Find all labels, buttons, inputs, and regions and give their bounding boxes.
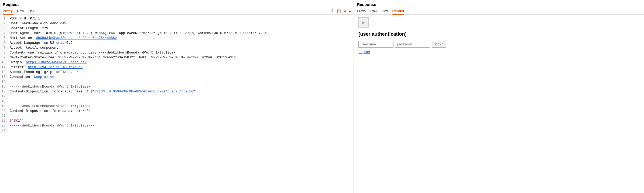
line-text <box>8 79 10 84</box>
line-number: 17 <box>0 94 8 99</box>
line-text: Content-Type: multipart/form-data; bound… <box>8 50 176 55</box>
response-panel: Response Pretty Raw Hex Render ▶ [user a… <box>354 0 644 193</box>
header-link[interactable]: https://hard-whale-15.deno.dev <box>26 61 87 64</box>
in-icon[interactable]: ↲ <box>344 9 346 14</box>
line-text <box>8 114 10 118</box>
line-number: 9 <box>0 55 8 60</box>
line-number: 13 <box>0 75 8 79</box>
line-text: Accept-Encoding: gzip, deflate, br <box>8 70 78 75</box>
tab-raw-response[interactable]: Raw <box>370 8 377 15</box>
line-number: 18 <box>0 99 8 104</box>
code-line: 10Origin: https://hard-whale-15.deno.dev <box>0 60 354 65</box>
code-line: 17 <box>0 94 354 99</box>
code-line: 14 <box>0 79 354 84</box>
line-number: 21 <box>0 114 8 118</box>
tab-hex-response[interactable]: Hex <box>382 8 388 15</box>
tab-render-response[interactable]: Render <box>392 8 405 15</box>
menu-icon[interactable]: ≡ <box>349 9 351 13</box>
request-panel: Request Pretty Raw Hex 👁̸ 📋 ↲ ≡ 1POST / … <box>0 0 354 193</box>
login-button[interactable]: log-in <box>432 41 446 48</box>
code-line: 20Content-Disposition: form-data; name="… <box>0 109 354 114</box>
code-line: 22["$K1"] <box>0 118 354 123</box>
response-tabs-row: Pretty Raw Hex Render <box>354 8 644 15</box>
line-number: 14 <box>0 79 8 84</box>
line-number: 16 <box>0 89 8 94</box>
line-number: 23 <box>0 123 8 128</box>
password-input[interactable] <box>395 41 430 48</box>
broken-image-icon: ▶ <box>358 17 369 28</box>
line-number: 20 <box>0 109 8 114</box>
line-number: 4 <box>0 31 8 36</box>
response-render-area: ▶ [user authentication] log-in register <box>354 15 644 193</box>
request-title: Request <box>0 0 354 8</box>
header-link[interactable]: http://94.237.59.180:54626/ <box>28 65 83 69</box>
line-text: Connection: keep-alive <box>8 75 54 79</box>
line-number: 1 <box>0 16 8 21</box>
line-number: 24 <box>0 128 8 133</box>
line-number: 10 <box>0 60 8 65</box>
response-title: Response <box>354 0 644 8</box>
eye-slash-icon[interactable]: 👁̸ <box>331 9 334 13</box>
line-text <box>8 128 10 133</box>
code-line: 9Next-Router-State-Tree: %5B%22%22%2C%7B… <box>0 55 354 60</box>
code-line: 4User-Agent: Mozilla/5.0 (Windows NT 10.… <box>0 31 354 36</box>
code-line: 18 <box>0 99 354 104</box>
code-line: 13Connection: keep-alive <box>0 75 354 79</box>
line-number: 8 <box>0 50 8 55</box>
code-line: 12Accept-Encoding: gzip, deflate, br <box>0 70 354 75</box>
line-text <box>8 94 10 99</box>
line-text: Content-Length: 279 <box>8 26 48 31</box>
line-text: Accept: text/x-component <box>8 45 58 50</box>
request-code-area: 1POST / HTTP/1.12Host: hard-whale-15.den… <box>0 15 354 193</box>
header-link[interactable]: 0b0da34c9bad83debaebc8b90e4d5ec7544ca862 <box>36 36 117 40</box>
line-text <box>8 99 10 104</box>
code-line: 19------WebKitFormBoundaryPVdfDf1XIjdIiS… <box>0 104 354 109</box>
code-line: 8Content-Type: multipart/form-data; boun… <box>0 50 354 55</box>
header-link[interactable]: keep-alive <box>34 75 54 79</box>
tab-pretty-response[interactable]: Pretty <box>357 8 366 15</box>
tab-hex-request[interactable]: Hex <box>28 8 35 15</box>
register-link[interactable]: register <box>358 50 370 54</box>
code-line: 1POST / HTTP/1.1 <box>0 16 354 21</box>
line-text: Origin: https://hard-whale-15.deno.dev <box>8 60 87 65</box>
line-number: 5 <box>0 36 8 41</box>
line-number: 2 <box>0 21 8 26</box>
line-number: 6 <box>0 41 8 45</box>
line-text: ["$K1"] <box>8 118 24 123</box>
code-line: 5Next-Action: 0b0da34c9bad83debaebc8b90e… <box>0 36 354 41</box>
action-link[interactable]: 1_$ACTION_ID_0b0da34c9bad83debaebc8b90e4… <box>87 90 194 94</box>
code-line: 23------WebKitFormBoundaryPVdfDf1XIjdIiS… <box>0 123 354 128</box>
line-text: ------WebKitFormBoundaryPVdfDf1XIjdIiSsx <box>8 104 91 109</box>
line-text: ------WebKitFormBoundaryPVdfDf1XIjdIiSsx <box>8 84 91 89</box>
line-number: 3 <box>0 26 8 31</box>
line-text: ------WebKitFormBoundaryPVdfDf1XIjdIiSsx… <box>8 123 95 128</box>
line-number: 22 <box>0 118 8 123</box>
line-text: Host: hard-whale-15.deno.dev <box>8 21 66 26</box>
code-line: 3Content-Length: 279 <box>0 26 354 31</box>
line-text: Next-Action: 0b0da34c9bad83debaebc8b90e4… <box>8 36 117 41</box>
request-tab-icons: 👁̸ 📋 ↲ ≡ <box>331 9 351 14</box>
username-input[interactable] <box>358 41 393 48</box>
line-number: 15 <box>0 84 8 89</box>
line-text: POST / HTTP/1.1 <box>8 16 40 21</box>
document-icon[interactable]: 📋 <box>337 9 341 14</box>
code-line: 21 <box>0 114 354 118</box>
tab-raw-request[interactable]: Raw <box>17 8 24 15</box>
line-number: 7 <box>0 45 8 50</box>
line-number: 11 <box>0 65 8 70</box>
auth-heading: [user authentication] <box>358 31 640 37</box>
tab-pretty-request[interactable]: Pretty <box>3 8 13 15</box>
line-text: Content-Disposition: form-data; name="0" <box>8 109 91 114</box>
line-text: Content-Disposition: form-data; name="1_… <box>8 89 196 94</box>
auth-form-row: log-in <box>358 41 640 48</box>
code-line: 24 <box>0 128 354 133</box>
code-line: 16Content-Disposition: form-data; name="… <box>0 89 354 94</box>
code-line: 2Host: hard-whale-15.deno.dev <box>0 21 354 26</box>
request-tabs-row: Pretty Raw Hex 👁̸ 📋 ↲ ≡ <box>0 8 354 15</box>
line-text: Accept-Language: en-US,en;q=0.9 <box>8 41 73 45</box>
line-text: Referer: http://94.237.59.180:54626/ <box>8 65 83 70</box>
line-number: 19 <box>0 104 8 109</box>
code-line: 7Accept: text/x-component <box>0 45 354 50</box>
code-line: 11Referer: http://94.237.59.180:54626/ <box>0 65 354 70</box>
register-link-row: register <box>358 50 640 54</box>
